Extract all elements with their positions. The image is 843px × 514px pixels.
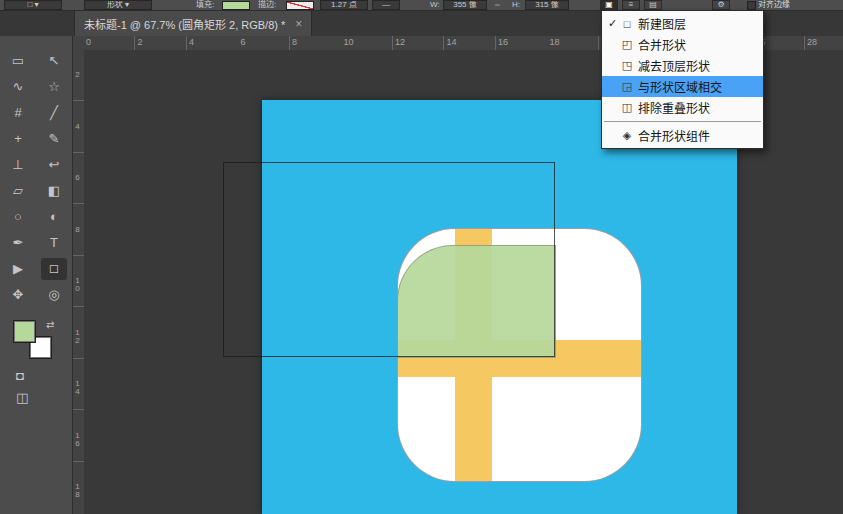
lasso-tool-icon[interactable]: ∿ — [5, 76, 31, 98]
eyedropper-tool-icon[interactable]: ╱ — [41, 102, 67, 124]
ruler-label: 18 — [73, 482, 82, 498]
height-input[interactable]: 315 像 — [525, 0, 569, 10]
ruler-label: 4 — [189, 37, 194, 47]
stroke-color-swatch[interactable] — [286, 1, 314, 10]
shape-drag-outline — [223, 162, 555, 357]
ruler-label: 28 — [807, 37, 817, 47]
align-edges-label: 对齐边缘 — [758, 0, 790, 10]
eraser-tool-icon[interactable]: ▱ — [5, 180, 31, 202]
menu-separator — [604, 121, 761, 122]
crop-tool-icon[interactable]: # — [5, 102, 31, 124]
menu-item-combine-shapes[interactable]: ◰合并形状 — [602, 34, 763, 55]
ruler-label: 8 — [292, 37, 297, 47]
menu-item-label: 合并形状组件 — [638, 127, 710, 144]
intersect-shape-areas-icon: ◲ — [619, 80, 635, 93]
arrange-button[interactable]: ▤ — [644, 0, 662, 10]
menu-item-label: 排除重叠形状 — [638, 99, 710, 116]
dodge-tool-icon[interactable]: ◐ — [41, 206, 67, 228]
width-input[interactable]: 355 像 — [443, 0, 487, 10]
menu-item-subtract-front-shape[interactable]: ◳减去顶层形状 — [602, 55, 763, 76]
screen-mode-button[interactable]: ◫ — [16, 390, 28, 405]
ruler-label: 6 — [73, 173, 82, 181]
stroke-size-select[interactable]: 1.27 点 — [320, 0, 368, 10]
stroke-type-select[interactable]: — — [372, 0, 400, 10]
align-edges-checkbox[interactable] — [747, 1, 756, 10]
merge-shape-components-icon: ◈ — [619, 129, 635, 142]
ruler-label: 2 — [73, 70, 82, 78]
h-label: H: — [512, 0, 520, 10]
ruler-label: 14 — [73, 379, 82, 395]
combine-shapes-icon: ◰ — [619, 38, 635, 51]
tool-preset-icon: □ — [27, 0, 32, 9]
history-brush-tool-icon[interactable]: ↩ — [41, 154, 67, 176]
tool-mode-select[interactable]: 形状 ▾ — [84, 0, 152, 10]
path-selection-tool-icon[interactable]: ▶ — [5, 258, 31, 280]
ruler-label: 4 — [73, 122, 82, 130]
hand-tool-icon[interactable]: ✥ — [5, 284, 31, 306]
healing-brush-tool-icon[interactable]: + — [5, 128, 31, 150]
menu-item-label: 减去顶层形状 — [638, 57, 710, 74]
ruler-label: 16 — [498, 37, 508, 47]
rectangle-shape-tool-icon[interactable]: □ — [41, 258, 67, 280]
swap-colors-icon[interactable]: ⇄ — [46, 319, 54, 330]
exclude-overlapping-shapes-icon: ◫ — [619, 101, 635, 114]
photoshop-window: □ ▾ 形状 ▾ 填充: 描边: 1.27 点 — W: 355 像 ⇔ H: … — [0, 0, 843, 514]
align-button[interactable]: ≡ — [622, 0, 640, 10]
path-operations-menu: ✓□新建图层◰合并形状◳减去顶层形状◲与形状区域相交◫排除重叠形状◈合并形状组件 — [601, 10, 764, 149]
gear-button[interactable]: ⚙ — [712, 0, 730, 10]
close-tab-icon[interactable]: × — [295, 17, 302, 31]
menu-item-exclude-overlapping-shapes[interactable]: ◫排除重叠形状 — [602, 97, 763, 118]
chevron-down-icon: ▾ — [35, 0, 39, 9]
w-label: W: — [430, 0, 440, 10]
ruler-label: 8 — [73, 225, 82, 233]
quick-selection-tool-icon[interactable]: ☆ — [41, 76, 67, 98]
menu-item-intersect-shape-areas[interactable]: ◲与形状区域相交 — [602, 76, 763, 97]
new-layer-icon: □ — [619, 18, 635, 30]
fill-color-swatch[interactable] — [222, 1, 250, 10]
type-tool-icon[interactable]: T — [41, 232, 67, 254]
menu-item-merge-shape-components[interactable]: ◈合并形状组件 — [602, 125, 763, 146]
ruler-label: 0 — [86, 37, 91, 47]
foreground-color-swatch[interactable] — [13, 320, 36, 343]
subtract-front-shape-icon: ◳ — [619, 59, 635, 72]
rectangular-marquee-tool-icon[interactable]: ▭ — [5, 50, 31, 72]
pen-tool-icon[interactable]: ✒ — [5, 232, 31, 254]
clone-stamp-tool-icon[interactable]: ⊥ — [5, 154, 31, 176]
document-tab-title: 未标题-1 @ 67.7% (圆角矩形 2, RGB/8) * — [84, 16, 285, 32]
ruler-label: 18 — [550, 37, 560, 47]
ruler-label: 16 — [73, 431, 82, 447]
zoom-tool-icon[interactable]: ◎ — [41, 284, 67, 306]
menu-item-new-layer[interactable]: ✓□新建图层 — [602, 13, 763, 34]
chevron-down-icon: ▾ — [125, 0, 129, 9]
ruler-label: 12 — [73, 328, 82, 344]
checkmark-icon: ✓ — [606, 17, 619, 30]
ruler-label: 14 — [447, 37, 457, 47]
menu-item-label: 新建图层 — [638, 15, 686, 32]
ruler-label: 2 — [138, 37, 143, 47]
tool-mode-label: 形状 — [107, 0, 123, 9]
ruler-label: 10 — [73, 276, 82, 292]
fill-label: 填充: — [196, 0, 214, 10]
ruler-label: 6 — [241, 37, 246, 47]
menu-item-label: 与形状区域相交 — [638, 78, 722, 95]
link-dimensions-icon[interactable]: ⇔ — [493, 0, 501, 10]
move-tool-icon[interactable]: ↖ — [41, 50, 67, 72]
ruler-label: 10 — [344, 37, 354, 47]
brush-tool-icon[interactable]: ✎ — [41, 128, 67, 150]
path-operations-button[interactable]: ▣ — [600, 0, 618, 10]
document-tab[interactable]: 未标题-1 @ 67.7% (圆角矩形 2, RGB/8) * × — [74, 10, 312, 36]
gradient-tool-icon[interactable]: ◧ — [41, 180, 67, 202]
ruler-label: 12 — [395, 37, 405, 47]
menu-item-label: 合并形状 — [638, 36, 686, 53]
quick-mask-button[interactable]: ◘ — [16, 368, 24, 383]
tools-panel: ▭↖∿☆#╱+✎⊥↩▱◧○◐✒T▶□✥◎ ⇄ ◘ ◫ — [0, 36, 73, 514]
tools-grid: ▭↖∿☆#╱+✎⊥↩▱◧○◐✒T▶□✥◎ — [0, 50, 72, 306]
blur-tool-icon[interactable]: ○ — [5, 206, 31, 228]
tool-preset-button[interactable]: □ ▾ — [4, 0, 62, 10]
stroke-label: 描边: — [258, 0, 276, 10]
